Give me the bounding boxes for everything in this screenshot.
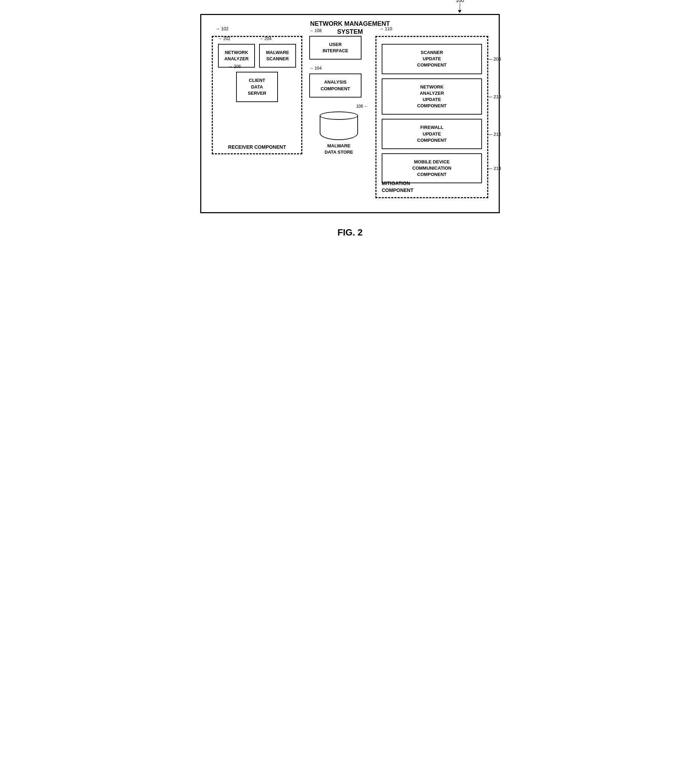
receiver-component-box: → 202 NETWORK ANALYZER → 204 MALWARE SCA… bbox=[212, 36, 302, 154]
system-box: 100 NETWORK MANAGEMENT SYSTEM → 102 bbox=[200, 14, 500, 213]
malware-data-store-cylinder bbox=[320, 111, 358, 140]
mitigation-inner: SCANNER UPDATE COMPONENT — 208 NETWORK A… bbox=[382, 44, 482, 183]
user-interface-box: USER INTERFACE bbox=[309, 36, 361, 59]
receiver-label: RECEIVER COMPONENT bbox=[228, 144, 286, 150]
ref-212: — 212 bbox=[488, 131, 501, 136]
middle-col: → 108 USER INTERFACE → 104 ANALYSIS COMP… bbox=[309, 36, 369, 155]
ref-104: → 104 bbox=[309, 66, 322, 71]
analysis-component-box: ANALYSIS COMPONENT bbox=[309, 74, 361, 97]
ref-100-label: 100 bbox=[456, 0, 464, 3]
mitigation-box: SCANNER UPDATE COMPONENT — 208 NETWORK A… bbox=[375, 36, 488, 198]
ref-102: → 102 bbox=[215, 26, 228, 31]
ref-208: — 208 bbox=[488, 56, 501, 62]
ref-214: — 214 bbox=[488, 166, 501, 171]
receiver-inner: → 202 NETWORK ANALYZER → 204 MALWARE SCA… bbox=[218, 44, 296, 102]
ref-110: → 110 bbox=[379, 26, 392, 31]
fig-caption: FIG. 2 bbox=[338, 227, 362, 238]
main-content: → 102 → 202 NETWORK ANALYZER → 204 bbox=[212, 36, 488, 198]
malware-scanner-box: MALWARE SCANNER bbox=[259, 44, 296, 67]
system-title: NETWORK MANAGEMENT SYSTEM bbox=[310, 20, 390, 36]
client-data-server-box: CLIENT DATA SERVER bbox=[236, 72, 278, 102]
firewall-update-box: FIREWALL UPDATE COMPONENT bbox=[382, 119, 482, 149]
ref-206: → 206 bbox=[228, 64, 241, 69]
ref-202: → 202 bbox=[218, 36, 230, 41]
ref-106: 106 ← bbox=[356, 104, 369, 109]
mitigation-label: MITIGATION COMPONENT bbox=[382, 180, 413, 194]
malware-data-store-label: MALWARE DATA STORE bbox=[325, 143, 353, 155]
ref-108: → 108 bbox=[309, 28, 322, 33]
diagram-wrapper: 100 NETWORK MANAGEMENT SYSTEM → 102 bbox=[193, 14, 507, 238]
network-analyzer-update-box: NETWORK ANALYZER UPDATE COMPONENT bbox=[382, 78, 482, 115]
scanner-update-box: SCANNER UPDATE COMPONENT bbox=[382, 44, 482, 74]
ref-210: — 210 bbox=[488, 94, 501, 99]
ref-204: → 204 bbox=[259, 36, 271, 41]
mobile-device-box: MOBILE DEVICE COMMUNICATION COMPONENT bbox=[382, 153, 482, 184]
cylinder-top bbox=[320, 111, 358, 120]
